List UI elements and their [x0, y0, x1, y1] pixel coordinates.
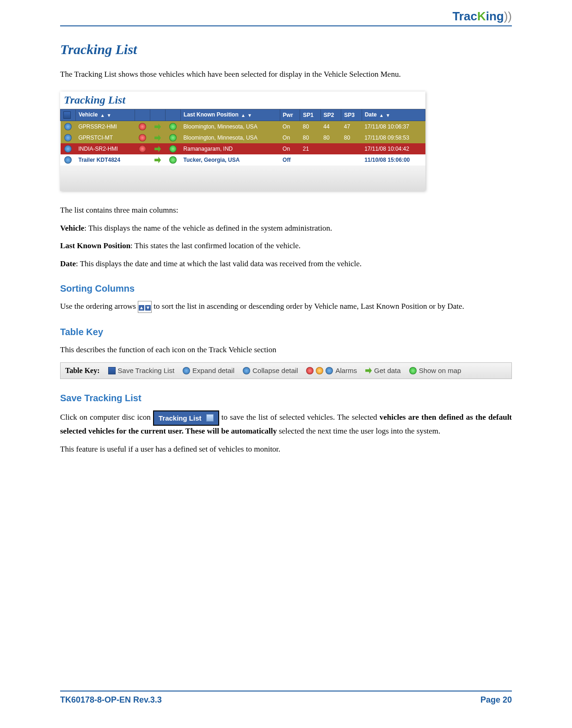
- key-text: Show on map: [419, 367, 461, 374]
- sort-arrows-icon: ▲▼: [99, 112, 112, 118]
- brand-logo: TracKing)): [452, 9, 512, 24]
- cell-sp2: [320, 143, 341, 154]
- table-row: GPRSSR2-HMI Bloomington, Minnesota, USA …: [61, 121, 425, 132]
- cell-sp1: 80: [300, 121, 320, 132]
- cell-vehicle: Trailer KDT4824: [76, 154, 135, 165]
- collapse-icon: [243, 367, 250, 374]
- col-sp3: SP3: [341, 109, 362, 121]
- footer-page: Page 20: [480, 695, 512, 705]
- cell-sp2: 44: [320, 121, 341, 132]
- getdata-icon: [154, 157, 161, 163]
- cell-vehicle: GPRSTCI-MT: [76, 132, 135, 143]
- sort-arrows-icon: ▲▼: [378, 112, 391, 118]
- getdata-icon: [154, 146, 161, 152]
- sort-arrows-icon: ▲▼: [240, 112, 253, 118]
- col-lkp: Last Known Position ▲▼: [181, 109, 280, 121]
- column-desc-vehicle: Vehicle: This displays the name of the v…: [60, 223, 512, 234]
- columns-intro: The list contains three main columns:: [60, 205, 512, 216]
- col-label: Last Known Position: [60, 241, 130, 250]
- figure-title: Tracking List: [60, 92, 425, 109]
- cell-date: 17/11/08 09:58:53: [362, 132, 425, 143]
- cell-vehicle: INDIA-SR2-HMI: [76, 143, 135, 154]
- col-desc: : This displays the name of the vehicle …: [84, 224, 332, 232]
- col-disk-icon: [61, 109, 76, 121]
- cell-location: Tucker, Georgia, USA: [181, 154, 280, 165]
- col-vehicle: Vehicle ▲▼: [76, 109, 135, 121]
- cell-pwr: On: [280, 132, 300, 143]
- col-blank2: [150, 109, 166, 121]
- map-icon: [169, 123, 177, 130]
- col-label: Date: [60, 259, 76, 268]
- cell-pwr: On: [280, 121, 300, 132]
- tracking-list-button-label: Tracking List: [159, 413, 202, 423]
- key-text: Get data: [374, 367, 401, 374]
- expand-icon: [183, 367, 190, 374]
- col-label: Vehicle: [60, 224, 84, 232]
- cell-sp1: 80: [300, 132, 320, 143]
- getdata-icon: [365, 367, 372, 374]
- sort-arrows-inline-icon: ▲▼: [138, 301, 152, 313]
- col-sp1: SP1: [300, 109, 320, 121]
- expand-icon: [64, 156, 72, 164]
- text-part: selected the next time the user logs int…: [279, 427, 440, 435]
- cell-date: 17/11/08 10:06:37: [362, 121, 425, 132]
- heading-save-list: Save Tracking List: [60, 393, 512, 404]
- col-desc: : This displays the date and time at whi…: [76, 259, 362, 268]
- disk-icon: [108, 367, 116, 374]
- map-icon: [169, 134, 177, 141]
- figure-fade: [60, 165, 425, 191]
- cell-date: 17/11/08 10:04:42: [362, 143, 425, 154]
- logo-ing: ing: [486, 9, 504, 23]
- alarm-icon: [139, 145, 146, 153]
- header-rule: [60, 25, 512, 26]
- getdata-icon: [154, 135, 161, 141]
- alarm-icon: [139, 123, 146, 130]
- tracking-list-button-figure: Tracking List: [153, 410, 219, 426]
- logo-k: K: [477, 9, 486, 23]
- cell-sp1: 21: [300, 143, 320, 154]
- col-blank3: [166, 109, 181, 121]
- key-text: Alarms: [335, 367, 357, 374]
- key-showmap: Show on map: [409, 367, 461, 374]
- text-part: to sort the list in ascending or descend…: [154, 302, 464, 311]
- key-collapse: Collapse detail: [243, 367, 298, 374]
- page-title: Tracking List: [60, 42, 512, 57]
- cell-sp1: [300, 154, 320, 165]
- save-list-note: This feature is useful if a user has a d…: [60, 444, 512, 455]
- getdata-icon: [154, 123, 161, 130]
- key-save: Save Tracking List: [108, 367, 175, 374]
- cell-location: Ramanagaram, IND: [181, 143, 280, 154]
- tracking-list-screenshot: Tracking List Vehicle ▲▼ Last Known Posi…: [60, 92, 425, 191]
- table-row: INDIA-SR2-HMI Ramanagaram, IND On 21 17/…: [61, 143, 425, 154]
- logo-symbol: )): [504, 9, 512, 23]
- col-date: Date ▲▼: [362, 109, 425, 121]
- key-text: Collapse detail: [252, 367, 298, 374]
- key-getdata: Get data: [365, 367, 401, 374]
- text-part: Use the ordering arrows: [60, 302, 138, 311]
- tablekey-label: Table Key:: [65, 367, 100, 375]
- disk-icon: [63, 111, 71, 119]
- key-expand: Expand detail: [183, 367, 234, 374]
- column-desc-lkp: Last Known Position: This states the las…: [60, 240, 512, 251]
- expand-icon: [64, 134, 72, 141]
- heading-tablekey: Table Key: [60, 327, 512, 337]
- col-blank1: [135, 109, 150, 121]
- map-icon: [409, 367, 417, 374]
- expand-icon: [64, 145, 72, 153]
- key-text: Expand detail: [192, 367, 234, 374]
- key-alarms: Alarms: [306, 367, 357, 374]
- column-desc-date: Date: This displays the date and time at…: [60, 258, 512, 269]
- cell-sp3: 47: [341, 121, 362, 132]
- cell-sp3: [341, 143, 362, 154]
- tracking-table: Vehicle ▲▼ Last Known Position ▲▼ Pwr SP…: [60, 109, 425, 165]
- table-row: Trailer KDT4824 Tucker, Georgia, USA Off…: [61, 154, 425, 165]
- cell-date: 11/10/08 15:06:00: [362, 154, 425, 165]
- cell-vehicle: GPRSSR2-HMI: [76, 121, 135, 132]
- key-text: Save Tracking List: [118, 367, 175, 374]
- cell-sp2: 80: [320, 132, 341, 143]
- col-lkp-label: Last Known Position: [184, 111, 239, 118]
- text-part: Click on computer disc icon: [60, 413, 153, 422]
- cell-sp3: 80: [341, 132, 362, 143]
- text-part: to save the list of selected vehicles. T…: [221, 413, 380, 422]
- sorting-paragraph: Use the ordering arrows ▲▼ to sort the l…: [60, 301, 512, 313]
